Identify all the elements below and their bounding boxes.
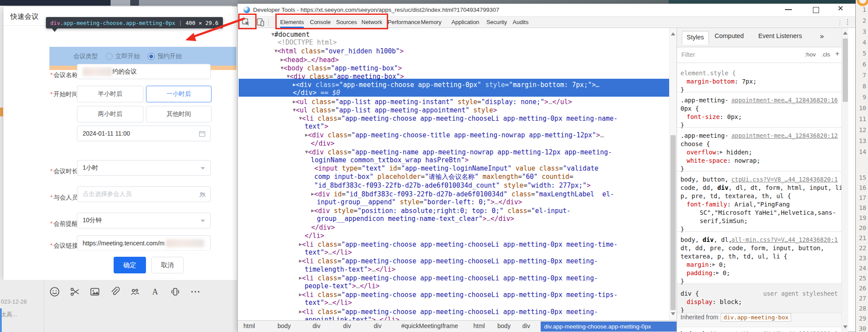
dom-node[interactable]: ▶<ul class="app-list app-meeting-instant…: [293, 98, 572, 106]
dom-node[interactable]: ▶<div style="position: absolute;right:0;…: [311, 206, 571, 215]
breadcrumb-item[interactable]: html: [243, 322, 255, 329]
tab-memory[interactable]: Memory: [421, 17, 441, 28]
dom-node[interactable]: ▶<head>…</head>: [281, 56, 339, 64]
start-time-one-hour-button[interactable]: 一小时后: [146, 86, 212, 102]
more-icon[interactable]: [190, 286, 201, 297]
dom-node[interactable]: <!DOCTYPE html>: [278, 38, 337, 47]
scroll-down-icon[interactable]: [671, 312, 675, 315]
dom-node[interactable]: ▶<div class="app-meeting-choose-title ap…: [305, 131, 604, 140]
shake-icon[interactable]: [170, 286, 181, 297]
stylesheet-source-link[interactable]: appointment-mee…4_128436820:12: [731, 132, 838, 140]
dom-node[interactable]: ▶<li class="app-meeting-choose app-meeti…: [299, 240, 618, 249]
style-rule-line[interactable]: .app-meeting-: [681, 132, 729, 140]
style-rule-line[interactable]: }: [681, 121, 684, 129]
tab-styles[interactable]: Styles: [682, 31, 709, 45]
tab-application[interactable]: Application: [451, 17, 479, 28]
dom-node[interactable]: </div>: [311, 224, 335, 232]
dom-node[interactable]: text">…</li>: [305, 248, 352, 257]
image-icon[interactable]: [89, 286, 101, 297]
meeting-link-input[interactable]: https://meeting.tencent.com/m: [77, 235, 211, 251]
style-rule-line[interactable]: font-family: Arial,"PingFang: [687, 200, 790, 208]
dom-node[interactable]: loginName common_txtbox_wrap hasPreBtn">: [311, 156, 469, 164]
style-rule-line[interactable]: display: block;: [687, 298, 742, 306]
breadcrumb-item[interactable]: body: [497, 322, 510, 329]
styles-filter-input[interactable]: Filter: [681, 51, 695, 58]
dom-node[interactable]: ▶<div id="id_8bdf383c-f093-22fb-d27b-ade…: [311, 190, 614, 199]
styles-scrollbar[interactable]: [841, 28, 848, 332]
dom-node[interactable]: appointLink-text">…</li>: [305, 316, 399, 320]
stylesheet-source-link[interactable]: ctpUi.css?V=V8_…44_128436820:1: [731, 330, 838, 332]
radio-start-now[interactable]: [106, 53, 113, 60]
option-start-now-label[interactable]: 立即开始: [115, 52, 140, 60]
toggle-hover-button[interactable]: :hov: [805, 51, 816, 58]
dom-node[interactable]: ▼<div class="app-meeting-box">: [287, 72, 404, 81]
dom-node[interactable]: ▶<li class="app-meeting-choose app-meeti…: [299, 290, 618, 299]
breadcrumb-item[interactable]: body: [278, 322, 291, 329]
scroll-up-icon[interactable]: [843, 31, 847, 35]
calendar-icon[interactable]: [198, 130, 206, 137]
dom-node[interactable]: ▶<li class="app-meeting-choose app-meeti…: [299, 257, 598, 266]
dom-node[interactable]: ▼<html class="over_hidden h100b">: [274, 47, 404, 56]
dom-node[interactable]: ▶<li class="app-meeting-choose app-meeti…: [299, 274, 598, 283]
breadcrumb-item[interactable]: div: [343, 322, 351, 329]
scrollbar-thumb[interactable]: [670, 135, 676, 310]
dom-node[interactable]: input-group__append" style="border-left:…: [317, 198, 522, 206]
style-rule-line[interactable]: margin:▶ 0;: [687, 261, 726, 269]
scroll-up-icon[interactable]: [671, 32, 675, 35]
style-rule-line[interactable]: overflow:▶ hidden;: [687, 148, 752, 156]
dom-node[interactable]: ▶<li class="app-meeting-choose app-meeti…: [299, 308, 598, 316]
dom-node[interactable]: text">: [305, 122, 328, 131]
font-icon[interactable]: A: [149, 286, 161, 297]
stylesheet-source-link[interactable]: ctpUi.css?V=V8_…44_128436820:1: [731, 175, 838, 183]
stylesheet-source-link[interactable]: all-min.css?V=V…44_128436820:1: [731, 236, 838, 244]
device-toolbar-icon[interactable]: [256, 17, 265, 27]
inherited-from-selector[interactable]: div.app-meeting-box: [721, 313, 791, 322]
tab-security[interactable]: Security: [486, 17, 507, 28]
style-rule-line[interactable]: white-space: nowrap;: [687, 157, 760, 164]
dom-node[interactable]: group__appendicon meeting-name-text_clea…: [317, 215, 514, 223]
tab-audits[interactable]: Audits: [513, 17, 528, 28]
dom-node[interactable]: ▼<ul class="app-list app-meeting-appoint…: [293, 106, 497, 115]
dom-node[interactable]: timelength-text">…</li>: [305, 266, 396, 274]
style-rule-line[interactable]: padding:▶ 0;: [687, 269, 730, 277]
toggle-class-button[interactable]: .cls: [821, 51, 830, 58]
tab-computed[interactable]: Computed: [715, 32, 744, 39]
style-rule-line[interactable]: margin-bottom: 7px;: [687, 77, 757, 85]
tab-event-listeners[interactable]: Event Listeners: [758, 32, 802, 39]
dom-node[interactable]: text">…</li>: [305, 299, 352, 307]
style-rule-line[interactable]: .app-metting-: [681, 96, 729, 104]
elements-scrollbar[interactable]: [669, 28, 677, 320]
start-time-two-hours-button[interactable]: 两小时后: [77, 106, 143, 122]
confirm-button[interactable]: 确定: [114, 257, 146, 273]
breadcrumb-selected[interactable]: div.app-meeting-choose.app-metting-0px: [541, 322, 680, 332]
breadcrumb-item[interactable]: div: [522, 322, 530, 329]
dom-node[interactable]: </div>: [311, 140, 334, 148]
dom-node[interactable]: people-text">…</li>: [305, 282, 380, 290]
dom-node[interactable]: comp input-box" placeholder="请输入会议名称" ma…: [314, 173, 573, 181]
breadcrumb-item[interactable]: #quickMeetingIframe: [401, 322, 458, 329]
option-start-scheduled-label[interactable]: 预约开始: [157, 52, 182, 60]
paperclip-icon[interactable]: [109, 286, 121, 297]
meeting-name-input[interactable]: 约的会议: [77, 64, 211, 79]
style-rule-line[interactable]: serif,SimSun;: [700, 217, 748, 225]
cancel-button[interactable]: 取消: [151, 257, 184, 273]
dom-node[interactable]: ▼<div class="app-meeting-name app-meetin…: [305, 148, 612, 157]
datetime-input[interactable]: 2024-01-11 11:00: [77, 126, 211, 141]
style-rule-line[interactable]: div {: [681, 290, 699, 297]
style-rule-line[interactable]: body, button,: [681, 330, 729, 332]
style-rule-line[interactable]: font-size: 0px;: [687, 113, 742, 121]
start-time-other-button[interactable]: 其他时间: [146, 106, 212, 122]
style-rule-line[interactable]: p, pre, td, textarea, th, ul {: [681, 192, 791, 200]
style-rule-line[interactable]: body, button,: [681, 175, 729, 183]
breadcrumb-item[interactable]: div: [374, 322, 382, 329]
style-rule-line[interactable]: element.style {: [681, 69, 736, 77]
style-rule-line[interactable]: dt, dd, pre, code, form, input, button,: [681, 244, 824, 252]
style-rule-line[interactable]: SC","Microsoft YaHei",Helvetica,sans-: [700, 209, 836, 217]
scissors-icon[interactable]: [69, 286, 80, 297]
style-rule-line[interactable]: }: [681, 225, 684, 233]
emoji-icon[interactable]: [49, 286, 60, 297]
kebab-menu-icon[interactable]: ⋮: [844, 18, 851, 26]
maximize-button[interactable]: [813, 7, 819, 13]
style-rule-line[interactable]: }: [681, 86, 684, 94]
radio-start-scheduled[interactable]: [148, 53, 155, 60]
